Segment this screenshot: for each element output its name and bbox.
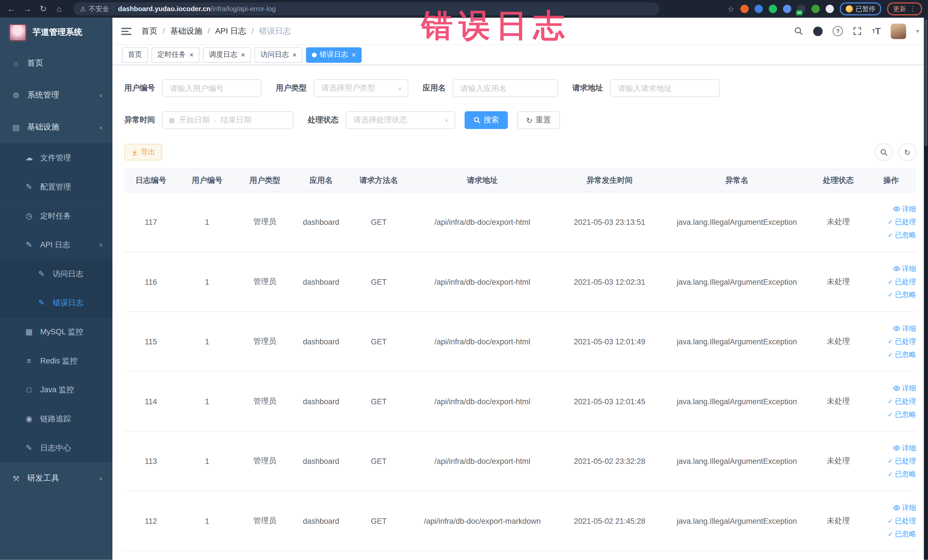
back-icon[interactable]: ←	[6, 4, 17, 14]
user-type-select[interactable]: 请选择用户类型 ∨	[314, 79, 409, 97]
cell-id: 113	[124, 457, 178, 465]
export-button-label: 导出	[141, 147, 155, 157]
sidebar-item-访问日志[interactable]: ✎访问日志	[0, 259, 112, 288]
tab-错误日志[interactable]: 错误日志×	[306, 47, 362, 63]
date-range-picker[interactable]: ▦ 开始日期 - 结束日期	[162, 111, 293, 129]
action-已忽略[interactable]: ✓已忽略	[887, 530, 916, 537]
close-icon[interactable]: ×	[189, 51, 194, 58]
user-id-input[interactable]	[162, 79, 262, 97]
close-icon[interactable]: ×	[241, 51, 245, 58]
request-url-input[interactable]	[610, 79, 720, 97]
config-edit-icon: ✎	[24, 182, 34, 191]
sidebar-item-错误日志[interactable]: ✎错误日志	[0, 288, 112, 317]
sidebar-item-基础设施[interactable]: ▤基础设施∧	[0, 111, 112, 143]
cell-exception: java.lang.IllegalArgumentException	[663, 516, 811, 525]
action-详细[interactable]: 详细	[893, 385, 916, 392]
app-logo-row[interactable]: 芋道管理系统	[0, 18, 112, 47]
action-已处理[interactable]: ✓已处理	[887, 398, 916, 405]
app-name-input[interactable]	[453, 79, 558, 97]
sidebar-item-配置管理[interactable]: ✎配置管理	[0, 172, 112, 201]
action-已处理[interactable]: ✓已处理	[887, 338, 916, 345]
breadcrumb-separator: /	[252, 26, 254, 35]
action-已忽略[interactable]: ✓已忽略	[887, 291, 916, 298]
action-已忽略[interactable]: ✓已忽略	[887, 231, 916, 238]
sidebar-item-系统管理[interactable]: ⚙系统管理∨	[0, 79, 112, 111]
access-log-icon: ✎	[37, 269, 46, 278]
cell-id: 115	[124, 337, 178, 346]
process-status-select[interactable]: 请选择处理状态 ∨	[346, 111, 455, 129]
breadcrumb-infra[interactable]: 基础设施	[170, 26, 202, 36]
action-已忽略[interactable]: ✓已忽略	[887, 351, 916, 358]
search-button[interactable]: 搜索	[465, 111, 508, 129]
fullscreen-icon[interactable]	[853, 26, 862, 35]
github-icon[interactable]	[814, 26, 823, 36]
address-bar[interactable]: ⚠ 不安全 dashboard.yudao.iocoder.cn/infra/l…	[73, 2, 659, 15]
close-icon[interactable]: ×	[351, 51, 356, 58]
sidebar-item-日志中心[interactable]: ✎日志中心	[0, 433, 112, 462]
extension-on-badge-icon[interactable]: on	[797, 5, 805, 13]
cell-exception: java.lang.IllegalArgumentException	[663, 217, 811, 226]
tab-调度日志[interactable]: 调度日志×	[203, 47, 251, 63]
extension-green-circle-icon[interactable]	[769, 5, 777, 13]
extension-orange-icon[interactable]	[740, 5, 749, 13]
action-详细[interactable]: 详细	[893, 205, 916, 212]
reload-icon[interactable]: ↻	[38, 4, 49, 14]
extension-grid-icon[interactable]	[783, 5, 791, 13]
action-详细[interactable]: 详细	[893, 325, 916, 332]
avatar[interactable]	[891, 23, 906, 39]
update-badge[interactable]: 更新 ⋮	[887, 2, 922, 15]
action-已处理[interactable]: ✓已处理	[887, 458, 916, 465]
action-已忽略[interactable]: ✓已忽略	[887, 411, 916, 418]
chevron-down-icon[interactable]: ▾	[916, 28, 919, 35]
hamburger-menu-icon[interactable]	[121, 27, 131, 35]
sidebar-item-Java-监控[interactable]: □Java 监控	[0, 375, 112, 404]
action-详细[interactable]: 详细	[893, 504, 916, 511]
sidebar-item-首页[interactable]: ⌂首页	[0, 47, 112, 79]
toggle-search-button[interactable]	[875, 143, 892, 161]
export-button[interactable]: 导出	[124, 144, 162, 160]
sidebar-item-定时任务[interactable]: ◷定时任务	[0, 201, 112, 230]
action-已处理[interactable]: ✓已处理	[887, 218, 916, 226]
action-已处理[interactable]: ✓已处理	[887, 278, 916, 285]
sidebar-item-文件管理[interactable]: ☁文件管理	[0, 143, 112, 172]
search-icon[interactable]	[795, 26, 803, 35]
bookmark-star-icon[interactable]: ☆	[728, 5, 734, 14]
reset-button[interactable]: ↻ 重置	[517, 111, 560, 129]
cell-method: GET	[349, 277, 408, 286]
breadcrumb: 首页 / 基础设施 / API 日志 / 错误日志	[142, 26, 291, 36]
cell-user_id: 1	[177, 337, 237, 346]
cell-app: dashboard	[293, 277, 349, 286]
action-已忽略[interactable]: ✓已忽略	[887, 470, 916, 478]
extension-plant-icon[interactable]	[811, 5, 820, 13]
action-详细[interactable]: 详细	[893, 265, 916, 272]
sidebar-item-研发工具[interactable]: ⚒研发工具∨	[0, 462, 112, 494]
paused-badge[interactable]: 已暂停	[840, 2, 881, 15]
scrollbar-thumb[interactable]	[925, 19, 927, 146]
tab-定时任务[interactable]: 定时任务×	[151, 47, 199, 63]
forward-icon[interactable]: →	[22, 4, 32, 14]
tab-访问日志[interactable]: 访问日志×	[255, 47, 302, 63]
extension-shield-icon[interactable]	[754, 5, 763, 13]
sidebar-item-Redis-监控[interactable]: ≡Redis 监控	[0, 346, 112, 375]
sidebar-item-label: 链路追踪	[40, 414, 71, 424]
font-size-icon[interactable]: TT	[872, 26, 881, 36]
help-icon[interactable]: ?	[833, 26, 843, 36]
action-已处理[interactable]: ✓已处理	[887, 517, 916, 524]
cell-time: 2021-05-02 21:45:28	[556, 516, 663, 525]
breadcrumb-home[interactable]: 首页	[142, 26, 157, 36]
refresh-table-button[interactable]: ↻	[898, 143, 916, 161]
sidebar-item-链路追踪[interactable]: ◉链路追踪	[0, 404, 112, 433]
window-scrollbar[interactable]	[924, 18, 928, 560]
cell-time: 2021-05-03 12:02:31	[556, 277, 663, 286]
action-详细[interactable]: 详细	[893, 444, 916, 452]
tab-首页[interactable]: 首页	[122, 47, 148, 63]
extensions-puzzle-icon[interactable]	[826, 5, 834, 13]
sidebar-item-API-日志[interactable]: ✎API 日志∧	[0, 230, 112, 259]
home-icon[interactable]: ⌂	[54, 4, 64, 14]
table-header-row: 日志编号用户编号用户类型应用名请求方法名请求地址异常发生时间异常名处理状态操作	[124, 169, 916, 192]
sidebar-item-MySQL-监控[interactable]: ▦MySQL 监控	[0, 317, 112, 346]
browser-menu-kebab-icon[interactable]: ⋮	[909, 5, 916, 13]
sidebar-item-label: 系统管理	[27, 90, 59, 101]
close-icon[interactable]: ×	[292, 51, 297, 58]
breadcrumb-api-log[interactable]: API 日志	[215, 26, 246, 36]
